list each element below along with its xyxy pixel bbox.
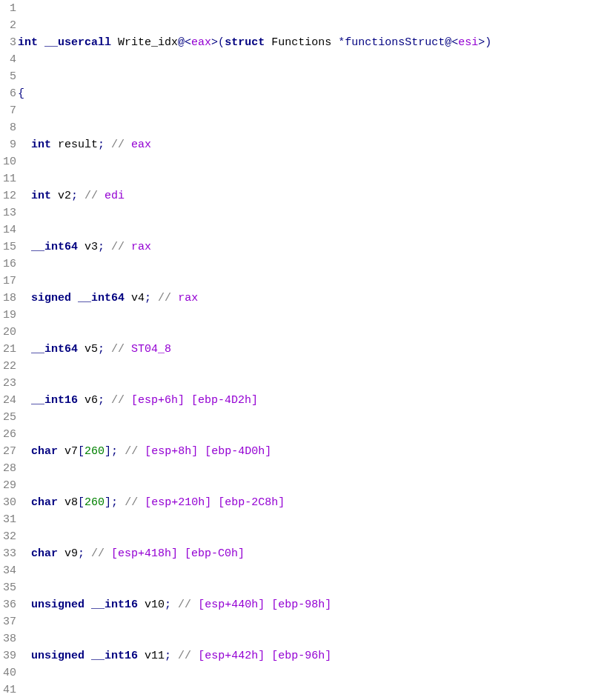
line-number: 19 [0,307,16,324]
line-number: 33 [0,545,16,562]
line-number-gutter: 1234567891011121314151617181920212223242… [0,0,18,700]
register: eax [191,36,211,49]
code-line: char v8[260]; // [esp+210h] [ebp-2C8h] [18,494,607,511]
line-number: 8 [0,119,16,136]
line-number: 2 [0,17,16,34]
line-number: 35 [0,579,16,596]
line-number: 17 [0,273,16,290]
line-number: 38 [0,630,16,647]
line-number: 24 [0,392,16,409]
line-number: 36 [0,596,16,613]
line-number: 34 [0,562,16,579]
code-viewer: 1234567891011121314151617181920212223242… [0,0,607,700]
keyword: int [18,36,38,49]
code-line: { [18,85,607,102]
code-line: int __usercall Write_idx@<eax>(struct Fu… [18,34,607,51]
code-line: __int64 v5; // ST04_8 [18,341,607,358]
line-number: 10 [0,153,16,170]
line-number: 29 [0,477,16,494]
line-number: 5 [0,68,16,85]
param: *functionsStruct [338,36,445,49]
line-number: 41 [0,681,16,699]
code-line: signed __int64 v4; // rax [18,290,607,307]
line-number: 12 [0,187,16,204]
code-line: __int16 v6; // [esp+6h] [ebp-4D2h] [18,392,607,409]
code-line: __int64 v3; // rax [18,239,607,256]
line-number: 20 [0,324,16,341]
line-number: 11 [0,170,16,187]
line-number: 22 [0,358,16,375]
line-number: 15 [0,239,16,256]
code-line: char v9; // [esp+418h] [ebp-C0h] [18,545,607,562]
line-number: 31 [0,511,16,528]
code-line: unsigned __int16 v11; // [esp+442h] [ebp… [18,647,607,664]
keyword: struct [225,36,265,49]
line-number: 25 [0,409,16,426]
line-number: 23 [0,375,16,392]
line-number: 13 [0,204,16,221]
code-line: int result; // eax [18,136,607,153]
code-line: char v7[260]; // [esp+8h] [ebp-4D0h] [18,443,607,460]
brace-open: { [18,87,24,100]
code-line: unsigned __int16 v10; // [esp+440h] [ebp… [18,596,607,613]
code-body: int __usercall Write_idx@<eax>(struct Fu… [18,0,607,700]
line-number: 9 [0,136,16,153]
line-number: 32 [0,528,16,545]
line-number: 7 [0,102,16,119]
type-name: Functions [271,36,331,49]
line-number: 18 [0,290,16,307]
line-number: 28 [0,460,16,477]
line-number: 26 [0,426,16,443]
line-number: 4 [0,51,16,68]
line-number: 1 [0,0,16,17]
line-number: 39 [0,647,16,664]
line-number: 37 [0,613,16,630]
register: esi [458,36,478,49]
line-number: 3 [0,34,16,51]
keyword: __usercall [44,36,111,49]
line-number: 16 [0,256,16,273]
line-number: 21 [0,341,16,358]
line-number: 30 [0,494,16,511]
line-number: 40 [0,664,16,681]
function-name: Write_idx [118,36,178,49]
line-number: 27 [0,443,16,460]
line-number: 6 [0,85,16,102]
line-number: 14 [0,221,16,239]
code-line: int v2; // edi [18,187,607,204]
